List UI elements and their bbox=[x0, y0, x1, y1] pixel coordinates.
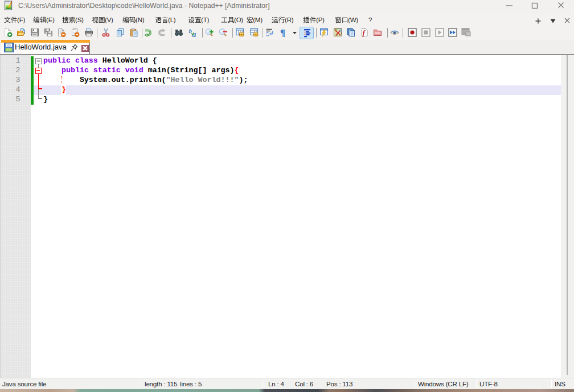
svg-text:a: a bbox=[192, 30, 196, 38]
svg-text:¶: ¶ bbox=[280, 28, 285, 37]
